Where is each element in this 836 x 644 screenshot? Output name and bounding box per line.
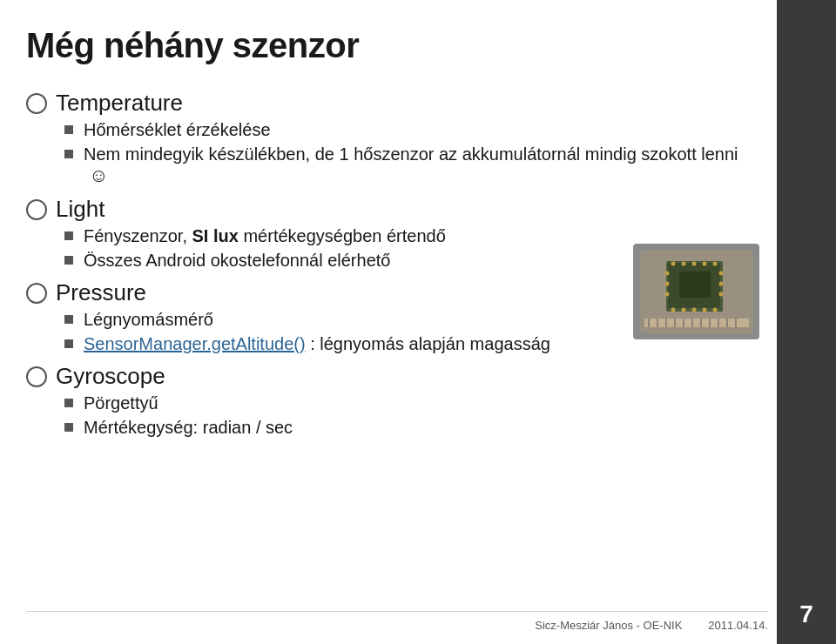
section-gyroscope-header: Gyroscope (26, 363, 758, 390)
svg-point-29 (718, 271, 723, 275)
gyro-item-1: Pörgettyű (84, 393, 758, 413)
svg-point-17 (681, 261, 685, 265)
square-bullet (64, 125, 73, 134)
svg-point-24 (702, 307, 706, 312)
section-temperature: Temperature Hőmérséklet érzékelése Nem m… (26, 90, 758, 187)
list-item: Nem mindegyik készülékben, de 1 hőszenzo… (64, 144, 758, 187)
temperature-sub-list: Hőmérséklet érzékelése Nem mindegyik kés… (64, 120, 758, 187)
svg-rect-1 (644, 319, 749, 327)
svg-rect-15 (679, 272, 711, 298)
slide-number: 7 (799, 600, 813, 628)
svg-point-30 (718, 281, 723, 285)
slide-title: Még néhány szenzor (26, 26, 758, 65)
footer-date: 2011.04.14. (708, 619, 768, 632)
right-sidebar: 7 (777, 0, 836, 644)
square-bullet (64, 150, 73, 158)
svg-point-22 (681, 307, 685, 312)
list-item: Hőmérséklet érzékelése (64, 120, 758, 140)
svg-point-25 (712, 307, 717, 312)
svg-point-31 (718, 292, 723, 296)
square-bullet (64, 399, 73, 407)
section-pressure-label: Pressure (56, 279, 146, 306)
section-temperature-label: Temperature (56, 90, 183, 117)
gyro-item-2: Mértékegység: radian / sec (84, 418, 758, 438)
section-light-label: Light (56, 196, 104, 223)
svg-point-23 (691, 307, 696, 312)
list-item: Pörgettyű (64, 393, 758, 413)
svg-point-27 (664, 281, 669, 285)
svg-point-19 (702, 261, 706, 265)
section-gyroscope: Gyroscope Pörgettyű Mértékegység: radian… (26, 363, 758, 438)
list-item: Mértékegység: radian / sec (64, 418, 758, 438)
svg-point-16 (671, 261, 675, 265)
square-bullet (64, 339, 73, 348)
section-temperature-header: Temperature (26, 90, 758, 117)
section-gyroscope-label: Gyroscope (56, 363, 165, 390)
svg-point-20 (712, 261, 717, 265)
circle-bullet-pressure (26, 283, 47, 304)
section-light-header: Light (26, 196, 758, 223)
chip-visual (640, 251, 753, 333)
square-bullet (64, 256, 73, 265)
chip-svg (640, 251, 753, 333)
svg-point-28 (664, 292, 669, 296)
sensor-manager-link[interactable]: SensorManager.getAltitude() (84, 334, 306, 353)
temp-item-2: Nem mindegyik készülékben, de 1 hőszenzo… (84, 144, 758, 187)
bold-si-lux: SI lux (192, 226, 239, 245)
circle-bullet-light (26, 199, 47, 220)
smiley-icon: ☺ (89, 164, 108, 186)
circle-bullet-temperature (26, 93, 47, 114)
footer: Sicz-Mesziár János - OE-NIK 2011.04.14. (26, 611, 768, 632)
square-bullet (64, 423, 73, 432)
gyroscope-sub-list: Pörgettyű Mértékegység: radian / sec (64, 393, 758, 438)
svg-point-18 (691, 261, 696, 265)
sensor-chip-image (633, 244, 759, 339)
svg-point-26 (664, 271, 669, 275)
circle-bullet-gyroscope (26, 366, 47, 387)
square-bullet (64, 231, 73, 240)
slide: 7 Még néhány szenzor Temperature Hőmérsé… (0, 0, 836, 644)
square-bullet (64, 315, 73, 324)
footer-author: Sicz-Mesziár János - OE-NIK (535, 619, 682, 632)
svg-point-21 (671, 307, 675, 312)
temp-item-1: Hőmérséklet érzékelése (84, 120, 758, 140)
